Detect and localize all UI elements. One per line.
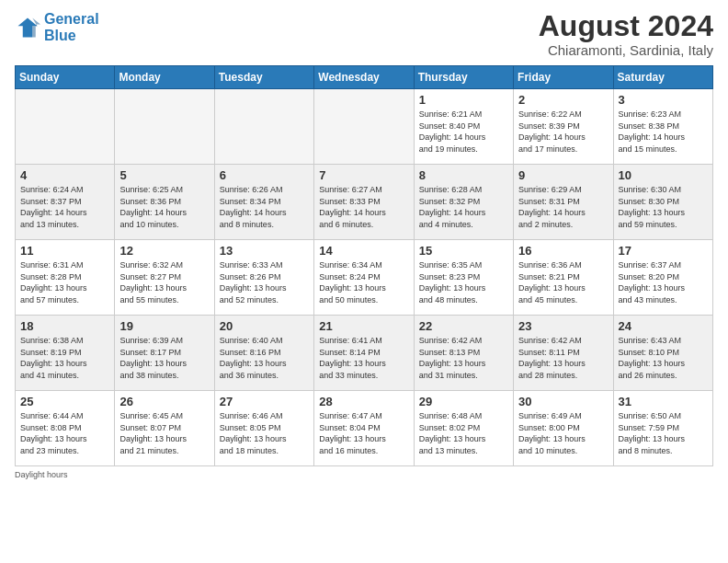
calendar-day — [115, 89, 214, 165]
logo-blue: Blue — [44, 28, 99, 44]
calendar-day: 5Sunrise: 6:25 AM Sunset: 8:36 PM Daylig… — [115, 165, 214, 240]
day-number: 29 — [419, 395, 508, 408]
weekday-saturday: Saturday — [613, 66, 712, 89]
calendar-day: 30Sunrise: 6:49 AM Sunset: 8:00 PM Dayli… — [514, 391, 613, 466]
day-number: 21 — [319, 319, 408, 333]
day-number: 24 — [619, 319, 708, 333]
day-number: 1 — [419, 93, 508, 107]
day-info: Sunrise: 6:28 AM Sunset: 8:32 PM Dayligh… — [419, 184, 508, 230]
weekday-monday: Monday — [115, 66, 214, 89]
day-number: 10 — [619, 168, 708, 182]
day-number: 17 — [619, 244, 708, 258]
calendar-day: 28Sunrise: 6:47 AM Sunset: 8:04 PM Dayli… — [314, 391, 414, 466]
day-info: Sunrise: 6:44 AM Sunset: 8:08 PM Dayligh… — [20, 410, 109, 456]
day-info: Sunrise: 6:31 AM Sunset: 8:28 PM Dayligh… — [20, 259, 109, 305]
calendar-day: 9Sunrise: 6:29 AM Sunset: 8:31 PM Daylig… — [514, 165, 613, 240]
weekday-row: SundayMondayTuesdayWednesdayThursdayFrid… — [16, 66, 713, 89]
day-number: 16 — [518, 244, 608, 258]
calendar-table: SundayMondayTuesdayWednesdayThursdayFrid… — [15, 65, 713, 466]
day-number: 13 — [220, 244, 309, 258]
weekday-thursday: Thursday — [414, 66, 513, 89]
day-number: 28 — [319, 395, 408, 408]
day-number: 9 — [518, 168, 608, 182]
day-info: Sunrise: 6:22 AM Sunset: 8:39 PM Dayligh… — [518, 109, 608, 155]
calendar-day: 23Sunrise: 6:42 AM Sunset: 8:11 PM Dayli… — [514, 316, 613, 391]
day-number: 18 — [20, 319, 109, 333]
day-number: 2 — [518, 93, 608, 107]
weekday-wednesday: Wednesday — [314, 66, 414, 89]
weekday-sunday: Sunday — [16, 66, 115, 89]
week-row-1: 1Sunrise: 6:21 AM Sunset: 8:40 PM Daylig… — [16, 89, 713, 165]
day-number: 19 — [119, 319, 209, 333]
calendar-day: 15Sunrise: 6:35 AM Sunset: 8:23 PM Dayli… — [414, 240, 513, 316]
day-number: 5 — [119, 168, 209, 182]
day-info: Sunrise: 6:25 AM Sunset: 8:36 PM Dayligh… — [119, 184, 209, 230]
day-info: Sunrise: 6:29 AM Sunset: 8:31 PM Dayligh… — [518, 184, 608, 230]
calendar-day: 31Sunrise: 6:50 AM Sunset: 7:59 PM Dayli… — [613, 391, 712, 466]
day-number: 7 — [319, 168, 408, 182]
day-info: Sunrise: 6:24 AM Sunset: 8:37 PM Dayligh… — [20, 184, 109, 230]
week-row-2: 4Sunrise: 6:24 AM Sunset: 8:37 PM Daylig… — [16, 165, 713, 240]
calendar-day: 11Sunrise: 6:31 AM Sunset: 8:28 PM Dayli… — [16, 240, 115, 316]
day-number: 12 — [119, 244, 209, 258]
day-info: Sunrise: 6:41 AM Sunset: 8:14 PM Dayligh… — [319, 335, 408, 381]
day-number: 20 — [220, 319, 309, 333]
day-info: Sunrise: 6:48 AM Sunset: 8:02 PM Dayligh… — [419, 410, 508, 456]
day-info: Sunrise: 6:33 AM Sunset: 8:26 PM Dayligh… — [220, 259, 309, 305]
day-number: 8 — [419, 168, 508, 182]
day-number: 4 — [20, 168, 109, 182]
logo-text: General Blue — [44, 11, 99, 43]
calendar-day: 22Sunrise: 6:42 AM Sunset: 8:13 PM Dayli… — [414, 316, 513, 391]
week-row-4: 18Sunrise: 6:38 AM Sunset: 8:19 PM Dayli… — [16, 316, 713, 391]
day-number: 14 — [319, 244, 408, 258]
day-info: Sunrise: 6:47 AM Sunset: 8:04 PM Dayligh… — [319, 410, 408, 456]
logo: General Blue — [15, 11, 99, 43]
calendar-day: 3Sunrise: 6:23 AM Sunset: 8:38 PM Daylig… — [613, 89, 712, 165]
day-info: Sunrise: 6:39 AM Sunset: 8:17 PM Dayligh… — [119, 335, 209, 381]
calendar-day: 24Sunrise: 6:43 AM Sunset: 8:10 PM Dayli… — [613, 316, 712, 391]
calendar-day: 6Sunrise: 6:26 AM Sunset: 8:34 PM Daylig… — [214, 165, 313, 240]
day-number: 11 — [20, 244, 109, 258]
calendar-day: 16Sunrise: 6:36 AM Sunset: 8:21 PM Dayli… — [514, 240, 613, 316]
day-info: Sunrise: 6:49 AM Sunset: 8:00 PM Dayligh… — [518, 410, 608, 456]
calendar-day — [314, 89, 414, 165]
day-number: 27 — [220, 395, 309, 408]
day-number: 22 — [419, 319, 508, 333]
week-row-3: 11Sunrise: 6:31 AM Sunset: 8:28 PM Dayli… — [16, 240, 713, 316]
day-number: 26 — [119, 395, 209, 408]
calendar-day: 4Sunrise: 6:24 AM Sunset: 8:37 PM Daylig… — [16, 165, 115, 240]
calendar-day: 1Sunrise: 6:21 AM Sunset: 8:40 PM Daylig… — [414, 89, 513, 165]
day-number: 3 — [619, 93, 708, 107]
calendar-day: 25Sunrise: 6:44 AM Sunset: 8:08 PM Dayli… — [16, 391, 115, 466]
calendar-day: 17Sunrise: 6:37 AM Sunset: 8:20 PM Dayli… — [613, 240, 712, 316]
day-info: Sunrise: 6:46 AM Sunset: 8:05 PM Dayligh… — [220, 410, 309, 456]
day-info: Sunrise: 6:37 AM Sunset: 8:20 PM Dayligh… — [619, 259, 708, 305]
day-info: Sunrise: 6:38 AM Sunset: 8:19 PM Dayligh… — [20, 335, 109, 381]
day-number: 30 — [518, 395, 608, 408]
logo-general: General — [44, 11, 99, 27]
location-title: Chiaramonti, Sardinia, Italy — [539, 42, 713, 58]
calendar-day: 29Sunrise: 6:48 AM Sunset: 8:02 PM Dayli… — [414, 391, 513, 466]
calendar-day: 14Sunrise: 6:34 AM Sunset: 8:24 PM Dayli… — [314, 240, 414, 316]
calendar-day: 7Sunrise: 6:27 AM Sunset: 8:33 PM Daylig… — [314, 165, 414, 240]
day-number: 31 — [619, 395, 708, 408]
calendar-day: 13Sunrise: 6:33 AM Sunset: 8:26 PM Dayli… — [214, 240, 313, 316]
day-info: Sunrise: 6:30 AM Sunset: 8:30 PM Dayligh… — [619, 184, 708, 230]
calendar-day: 27Sunrise: 6:46 AM Sunset: 8:05 PM Dayli… — [214, 391, 313, 466]
day-number: 6 — [220, 168, 309, 182]
day-info: Sunrise: 6:27 AM Sunset: 8:33 PM Dayligh… — [319, 184, 408, 230]
weekday-tuesday: Tuesday — [214, 66, 313, 89]
day-info: Sunrise: 6:42 AM Sunset: 8:13 PM Dayligh… — [419, 335, 508, 381]
day-info: Sunrise: 6:23 AM Sunset: 8:38 PM Dayligh… — [619, 109, 708, 155]
calendar-day: 10Sunrise: 6:30 AM Sunset: 8:30 PM Dayli… — [613, 165, 712, 240]
svg-marker-1 — [32, 17, 40, 37]
day-info: Sunrise: 6:42 AM Sunset: 8:11 PM Dayligh… — [518, 335, 608, 381]
calendar-day — [16, 89, 115, 165]
day-info: Sunrise: 6:35 AM Sunset: 8:23 PM Dayligh… — [419, 259, 508, 305]
calendar-header: SundayMondayTuesdayWednesdayThursdayFrid… — [16, 66, 713, 89]
day-info: Sunrise: 6:40 AM Sunset: 8:16 PM Dayligh… — [220, 335, 309, 381]
calendar-day: 19Sunrise: 6:39 AM Sunset: 8:17 PM Dayli… — [115, 316, 214, 391]
footer: Daylight hours — [15, 470, 713, 479]
week-row-5: 25Sunrise: 6:44 AM Sunset: 8:08 PM Dayli… — [16, 391, 713, 466]
weekday-friday: Friday — [514, 66, 613, 89]
